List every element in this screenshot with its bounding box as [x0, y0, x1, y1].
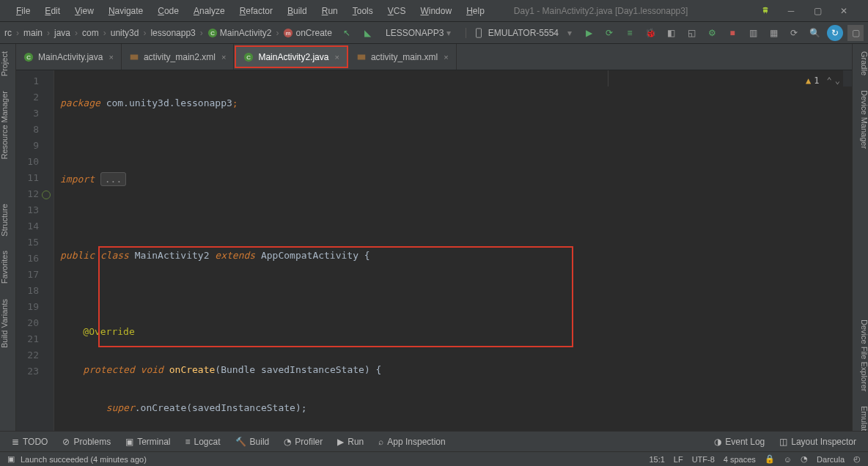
crumb-method[interactable]: m onCreate: [283, 28, 331, 38]
inspection-widget[interactable]: ▲ 1 ⌃ ⌄: [806, 73, 840, 89]
face-icon[interactable]: ☺: [784, 455, 792, 464]
device-file-explorer-tool[interactable]: Device File Explorer: [853, 312, 869, 399]
apply-code-changes-icon[interactable]: ≡: [622, 25, 638, 41]
logcat-tool[interactable]: ≡Logcat: [180, 434, 227, 450]
file-encoding[interactable]: UTF-8: [692, 455, 715, 464]
stop-button[interactable]: ■: [724, 25, 740, 41]
user-avatar[interactable]: ▢: [847, 25, 864, 41]
run-button[interactable]: ▶: [581, 25, 597, 41]
code-line[interactable]: [60, 286, 852, 302]
problems-tool[interactable]: ⊘Problems: [56, 434, 117, 450]
sdk-manager-icon[interactable]: ▦: [765, 25, 781, 41]
menu-tools[interactable]: Tools: [345, 1, 380, 21]
project-tool[interactable]: Project: [0, 44, 16, 84]
back-arrow-icon[interactable]: ↖: [339, 25, 355, 41]
line-number[interactable]: 1: [16, 73, 54, 89]
close-icon[interactable]: ×: [108, 53, 113, 62]
menu-window[interactable]: Window: [413, 1, 459, 21]
indent-setting[interactable]: 4 spaces: [724, 455, 756, 464]
menu-view[interactable]: View: [67, 1, 101, 21]
build-tool[interactable]: 🔨Build: [229, 434, 276, 450]
close-icon[interactable]: ×: [221, 53, 226, 62]
terminal-tool[interactable]: ▣Terminal: [119, 434, 176, 450]
memory-icon[interactable]: ◔: [801, 454, 808, 464]
line-number[interactable]: 22: [16, 347, 54, 363]
fold-indicator[interactable]: ...: [100, 172, 126, 186]
profile-button[interactable]: ◧: [663, 25, 679, 41]
line-number[interactable]: 9: [16, 138, 54, 154]
line-number[interactable]: 3: [16, 106, 54, 122]
sync-icon[interactable]: ⟳: [786, 25, 802, 41]
line-number[interactable]: 11: [16, 170, 54, 186]
menu-analyze[interactable]: Analyze: [186, 1, 232, 21]
chevron-up-icon[interactable]: ⌃: [827, 73, 832, 89]
favorites-tool[interactable]: Favorites: [0, 243, 16, 291]
crumb-unity3d[interactable]: unity3d: [111, 28, 139, 38]
tab-mainactivity2-java[interactable]: C MainActivity2.java ×: [235, 45, 347, 68]
menu-code[interactable]: Code: [150, 1, 186, 21]
code-line[interactable]: @Override: [60, 324, 852, 340]
build-variants-tool[interactable]: Build Variants: [0, 292, 16, 355]
layout-inspector-tool[interactable]: ◫Layout Inspector: [773, 434, 862, 450]
tab-mainactivity-java[interactable]: C MainActivity.java ×: [16, 44, 122, 70]
avd-manager-icon[interactable]: ▥: [745, 25, 761, 41]
power-icon[interactable]: ◴: [853, 454, 861, 464]
menu-navigate[interactable]: Navigate: [101, 1, 150, 21]
line-number[interactable]: 19: [16, 299, 54, 315]
code-line[interactable]: [60, 133, 852, 149]
crumb-main[interactable]: main: [23, 28, 43, 38]
close-icon[interactable]: ×: [334, 53, 339, 62]
menu-file[interactable]: File: [9, 1, 37, 21]
run-tool[interactable]: ▶Run: [331, 434, 369, 450]
gutter[interactable]: 1 2 3 8 9 10 11 12 13 14 15 16 17 18 19 …: [16, 70, 54, 431]
menu-help[interactable]: Help: [459, 1, 492, 21]
code-editor[interactable]: 1 2 3 8 9 10 11 12 13 14 15 16 17 18 19 …: [16, 70, 852, 431]
scroll-map[interactable]: [843, 70, 852, 86]
line-number[interactable]: 2: [16, 89, 54, 106]
debug-button[interactable]: 🐞: [642, 25, 658, 41]
code-line[interactable]: protected void onCreate(Bundle savedInst…: [60, 362, 852, 378]
line-number[interactable]: 12: [16, 186, 54, 202]
profiler-tool[interactable]: ◔Profiler: [278, 434, 328, 450]
resource-manager-tool[interactable]: Resource Manager: [0, 84, 16, 167]
tab-activity-main-xml[interactable]: activity_main.xml ×: [349, 44, 457, 70]
code-line[interactable]: super.onCreate(savedInstanceState);: [60, 400, 852, 416]
tab-activity-main2-xml[interactable]: activity_main2.xml ×: [122, 44, 234, 70]
run-config-selector[interactable]: LESSONAPP3 ▾: [380, 28, 457, 38]
event-log-tool[interactable]: ◑Event Log: [708, 434, 770, 450]
line-number[interactable]: 20: [16, 315, 54, 331]
status-icon[interactable]: ▣: [7, 454, 15, 464]
code-line[interactable]: public class MainActivity2 extends AppCo…: [60, 248, 852, 264]
close-button[interactable]: ✕: [831, 4, 857, 18]
line-number[interactable]: 15: [16, 234, 54, 251]
close-icon[interactable]: ×: [444, 53, 448, 62]
code-line[interactable]: import ...: [60, 171, 852, 188]
gradle-tool[interactable]: Gradle: [853, 44, 869, 83]
coverage-button[interactable]: ◱: [683, 25, 699, 41]
crumb-java[interactable]: java: [54, 28, 70, 38]
code-line[interactable]: [60, 210, 852, 226]
crumb-class[interactable]: C MainActivity2: [207, 28, 272, 38]
crumb-com[interactable]: com: [82, 28, 99, 38]
line-number[interactable]: 18: [16, 283, 54, 299]
line-number[interactable]: 16: [16, 251, 54, 267]
line-number[interactable]: 14: [16, 218, 54, 234]
cursor-position[interactable]: 15:1: [649, 455, 664, 464]
chevron-down-icon[interactable]: ⌄: [835, 73, 840, 89]
menu-edit[interactable]: Edit: [37, 1, 67, 21]
crumb-package[interactable]: lessonapp3: [150, 28, 195, 38]
app-inspection-tool[interactable]: ⌕App Inspection: [372, 434, 451, 450]
line-number[interactable]: 17: [16, 267, 54, 283]
line-number[interactable]: 13: [16, 202, 54, 218]
minimize-button[interactable]: ─: [778, 4, 804, 18]
code-line[interactable]: package com.unity3d.lessonapp3;: [60, 95, 852, 111]
device-manager-tool[interactable]: Device Manager: [853, 83, 869, 156]
search-everywhere-icon[interactable]: 🔍: [806, 25, 823, 41]
menu-run[interactable]: Run: [315, 1, 345, 21]
menu-refactor[interactable]: Refactor: [232, 1, 280, 21]
apply-changes-icon[interactable]: ⟳: [601, 25, 617, 41]
line-number[interactable]: 21: [16, 331, 54, 347]
menu-vcs[interactable]: VCS: [380, 1, 413, 21]
line-number[interactable]: 23: [16, 363, 54, 380]
device-selector[interactable]: EMULATOR-5554 ▾: [466, 28, 576, 38]
